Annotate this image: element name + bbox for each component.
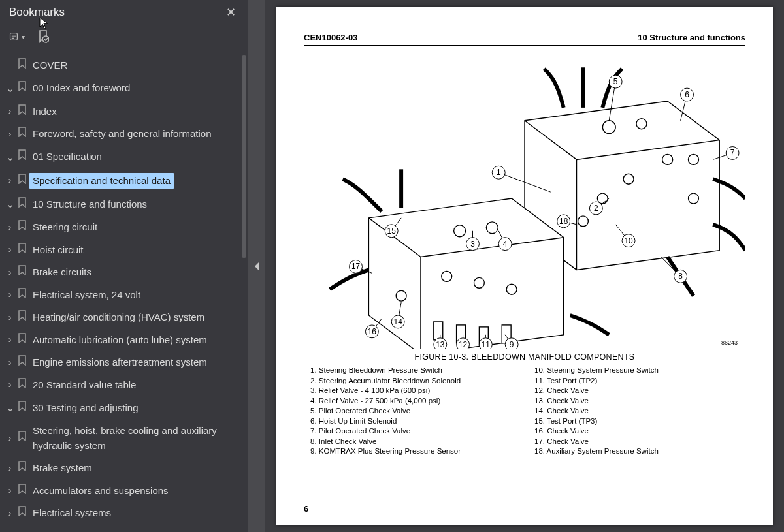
bookmark-item[interactable]: ›Foreword, safety and general informatio…	[4, 123, 248, 146]
legend-entry: 11. Test Port (TP2)	[534, 376, 739, 386]
bookmark-icon	[16, 104, 29, 119]
bookmark-icon	[16, 58, 29, 73]
svg-point-16	[474, 277, 484, 288]
bookmark-item[interactable]: ⌄10 Structure and functions	[4, 193, 248, 216]
document-page: CEN10062-03 10 Structure and functions	[276, 7, 773, 525]
chevron-right-icon[interactable]: ›	[4, 127, 16, 141]
bookmark-icon	[16, 149, 29, 164]
chevron-right-icon[interactable]: ›	[4, 507, 16, 520]
bookmark-icon	[16, 378, 29, 393]
bookmark-item[interactable]: ›Steering circuit	[4, 216, 248, 239]
legend-entry: 18. Auxiliary System Pressure Switch	[534, 446, 739, 457]
chevron-right-icon[interactable]: ›	[4, 311, 16, 324]
chevron-down-icon[interactable]: ⌄	[4, 400, 16, 416]
bookmark-icon	[16, 484, 29, 499]
bookmark-label: Electrical systems	[29, 506, 111, 521]
callout-number: 11	[482, 340, 491, 349]
bookmark-item[interactable]: ›Accumulators and suspensions	[4, 480, 248, 503]
chevron-right-icon[interactable]: ›	[4, 104, 16, 118]
bookmark-item[interactable]: ›Brake circuits	[4, 261, 248, 284]
bookmark-icon	[16, 401, 29, 416]
bookmark-item[interactable]: ›Engine emissions aftertreatment system	[4, 351, 248, 374]
current-bookmark-icon[interactable]	[35, 29, 51, 44]
chevron-right-icon[interactable]: ›	[4, 266, 16, 279]
bookmark-label: Foreword, safety and general information	[29, 127, 211, 142]
chevron-right-icon[interactable]: ›	[4, 484, 16, 497]
legend-entry: 9. KOMTRAX Plus Steering Pressure Sensor	[310, 446, 515, 457]
figure-legend: 1. Steering Bleeddown Pressure Switch2. …	[304, 366, 745, 457]
diagram-ref-number: 86243	[721, 339, 738, 346]
callout-number: 7	[730, 148, 735, 157]
bookmark-icon	[16, 81, 29, 96]
chevron-right-icon[interactable]: ›	[4, 288, 16, 302]
bookmark-icon	[16, 127, 29, 142]
chevron-right-icon[interactable]: ›	[4, 431, 16, 445]
bookmark-label: Heating/air conditioning (HVAC) system	[29, 310, 204, 325]
bookmark-label: Brake circuits	[29, 265, 91, 280]
chevron-right-icon[interactable]: ›	[4, 462, 16, 475]
chevron-down-icon[interactable]: ⌄	[4, 81, 16, 97]
legend-entry: 1. Steering Bleeddown Pressure Switch	[310, 366, 515, 376]
bookmark-item[interactable]: ›Electrical system, 24 volt	[4, 284, 248, 307]
chevron-right-icon[interactable]: ›	[4, 356, 16, 369]
header-section: 10 Structure and functions	[638, 33, 745, 42]
bookmarks-toolbar: ▾	[0, 23, 248, 50]
bookmarks-panel: Bookmarks ✕ ▾ COVER⌄00 Index	[0, 0, 248, 532]
bookmark-item[interactable]: ⌄01 Specification	[4, 146, 248, 169]
collapse-handle-icon[interactable]	[255, 262, 259, 270]
chevron-down-icon[interactable]: ⌄	[4, 149, 16, 165]
callout-number: 9	[510, 340, 514, 349]
chevron-right-icon[interactable]: ›	[4, 333, 16, 347]
svg-point-6	[636, 119, 647, 129]
bookmark-item[interactable]: ⌄30 Testing and adjusting	[4, 396, 248, 420]
bookmark-label: Electrical system, 24 volt	[29, 288, 140, 303]
scrollbar-thumb[interactable]	[242, 55, 246, 258]
legend-entry: 5. Pilot Operated Check Valve	[310, 406, 515, 416]
chevron-right-icon[interactable]: ›	[4, 221, 16, 234]
svg-point-12	[689, 193, 699, 204]
app-root: Bookmarks ✕ ▾ COVER⌄00 Index	[0, 0, 784, 532]
callout-number: 1	[497, 168, 501, 177]
callout-number: 4	[503, 240, 508, 249]
bookmark-item[interactable]: ›Index	[4, 101, 248, 123]
bookmark-item[interactable]: ›Heating/air conditioning (HVAC) system	[4, 306, 248, 329]
svg-rect-19	[434, 322, 443, 340]
bookmark-item[interactable]: ›Brake system	[4, 457, 248, 480]
bookmarks-title: Bookmarks	[9, 6, 65, 19]
bookmark-item[interactable]: ›Automatic lubrication (auto lube) syste…	[4, 329, 248, 352]
bookmark-item[interactable]: ›20 Standard value table	[4, 374, 248, 397]
page-number: 6	[304, 504, 308, 514]
bookmark-icon	[16, 333, 29, 348]
close-icon[interactable]: ✕	[222, 4, 240, 21]
bookmark-label: Accumulators and suspensions	[29, 484, 169, 499]
bookmark-icon	[16, 431, 29, 446]
bookmark-item[interactable]: ›Electrical systems	[4, 502, 248, 525]
options-icon[interactable]: ▾	[9, 29, 25, 44]
svg-point-13	[454, 225, 466, 237]
bookmark-item[interactable]: ›Steering, hoist, brake cooling and auxi…	[4, 420, 248, 457]
bookmark-label: 00 Index and foreword	[29, 81, 130, 96]
chevron-right-icon[interactable]: ›	[4, 243, 16, 257]
bookmark-label: Automatic lubrication (auto lube) system	[29, 333, 207, 348]
callout-number: 14	[394, 317, 403, 326]
bookmark-item[interactable]: ›Specification and technical data	[4, 169, 248, 193]
legend-entry: 16. Check Valve	[534, 426, 739, 437]
legend-entry: 15. Test Port (TP3)	[534, 416, 739, 427]
bookmark-icon	[16, 355, 29, 370]
bookmark-item[interactable]: COVER	[4, 54, 248, 77]
document-viewport[interactable]: AUTOPDF.NET CEN10062-03 10 Structure and…	[265, 0, 784, 532]
bookmark-label: 01 Specification	[29, 149, 102, 164]
panel-divider[interactable]	[248, 0, 265, 532]
callout-number: 10	[624, 236, 633, 245]
chevron-down-icon[interactable]: ⌄	[4, 196, 16, 212]
svg-point-18	[396, 290, 406, 301]
chevron-right-icon[interactable]: ›	[4, 174, 16, 187]
bookmark-item[interactable]: ›Hoist circuit	[4, 239, 248, 262]
bookmark-item[interactable]: ⌄00 Index and foreword	[4, 77, 248, 101]
bookmark-icon	[16, 310, 29, 325]
bookmark-label: Index	[29, 104, 57, 119]
chevron-right-icon[interactable]: ›	[4, 378, 16, 392]
bookmark-icon	[16, 288, 29, 303]
svg-point-7	[662, 154, 673, 164]
bookmark-label: Engine emissions aftertreatment system	[29, 355, 207, 370]
